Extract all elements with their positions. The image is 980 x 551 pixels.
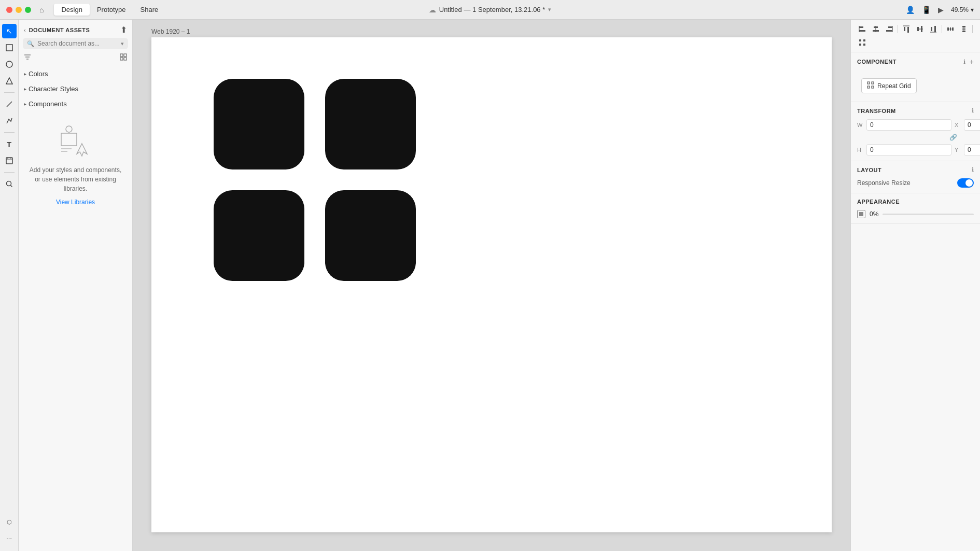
document-title-area: ☁ Untitled — 1 September, 13.21.06 * ▾ xyxy=(429,6,552,14)
svg-rect-52 xyxy=(867,82,870,84)
svg-rect-15 xyxy=(120,58,123,60)
component-info-icon[interactable]: ℹ xyxy=(963,59,965,65)
left-panel: ‹ DOCUMENT ASSETS ⬆ 🔍 ▾ ▸ Colors + ▸ Cha… xyxy=(19,20,133,551)
maximize-button[interactable] xyxy=(25,7,31,13)
ellipse-tool[interactable] xyxy=(2,57,17,72)
svg-point-1 xyxy=(6,61,12,67)
triangle-tool[interactable] xyxy=(2,74,17,88)
artboard[interactable] xyxy=(151,37,832,532)
panel-header: ‹ DOCUMENT ASSETS ⬆ xyxy=(19,20,132,38)
close-button[interactable] xyxy=(6,7,12,13)
line-tool[interactable] xyxy=(2,97,17,111)
components-section[interactable]: ▸ Components + xyxy=(19,96,132,111)
align-center-h-button[interactable] xyxy=(870,23,882,35)
tab-share[interactable]: Share xyxy=(133,4,166,16)
zoom-tool[interactable] xyxy=(2,177,17,191)
panel-back-icon[interactable]: ‹ xyxy=(24,27,26,33)
align-middle-button[interactable] xyxy=(914,23,926,35)
pen-tool[interactable] xyxy=(2,114,17,128)
search-input[interactable] xyxy=(37,40,118,47)
svg-line-3 xyxy=(7,102,12,107)
character-styles-section[interactable]: ▸ Character Styles + xyxy=(19,81,132,96)
layout-header: LAYOUT ℹ xyxy=(857,166,974,173)
play-icon[interactable]: ▶ xyxy=(938,6,944,14)
repeat-grid-button[interactable]: Repeat Grid xyxy=(861,78,917,93)
svg-rect-28 xyxy=(888,26,892,28)
svg-rect-4 xyxy=(6,158,12,164)
shape-bottom-right[interactable] xyxy=(325,190,416,281)
colors-label: Colors xyxy=(29,70,122,78)
svg-rect-48 xyxy=(859,39,861,41)
align-bottom-button[interactable] xyxy=(927,23,940,35)
component-add-icon[interactable]: + xyxy=(970,58,974,66)
zoom-control[interactable]: 49.5% ▾ xyxy=(951,6,974,13)
appearance-title: APPEARANCE xyxy=(857,199,974,205)
colors-section[interactable]: ▸ Colors + xyxy=(19,66,132,81)
y-label: Y xyxy=(955,147,962,153)
component-header: COMPONENT ℹ + xyxy=(857,58,974,66)
svg-point-18 xyxy=(66,126,72,132)
width-field: W xyxy=(857,119,951,131)
responsive-resize-toggle[interactable] xyxy=(957,178,974,188)
panel-filter-row xyxy=(19,53,132,66)
canvas-area[interactable]: Web 1920 – 1 xyxy=(133,20,850,551)
svg-rect-13 xyxy=(120,54,123,56)
svg-point-8 xyxy=(6,181,11,186)
distribute-v-button[interactable] xyxy=(958,23,970,35)
search-dropdown-icon[interactable]: ▾ xyxy=(121,40,124,47)
opacity-value: 0% xyxy=(870,210,878,218)
align-top-button[interactable] xyxy=(900,23,913,35)
left-toolbar: ↖ T ⬡ ⋯ xyxy=(0,20,19,551)
svg-marker-2 xyxy=(6,78,12,84)
shape-top-left[interactable] xyxy=(214,79,304,169)
svg-rect-53 xyxy=(872,82,874,84)
artboard-tool[interactable] xyxy=(2,153,17,168)
minimize-button[interactable] xyxy=(16,7,22,13)
distribute-h-button[interactable] xyxy=(944,23,957,35)
filter-icon[interactable] xyxy=(24,53,31,62)
shape-bottom-left[interactable] xyxy=(214,190,304,281)
user-icon[interactable]: 👤 xyxy=(906,6,915,14)
align-left-button[interactable] xyxy=(856,23,869,35)
transform-link-icon[interactable]: 🔗 xyxy=(949,134,957,141)
layout-info-icon[interactable]: ℹ xyxy=(972,166,974,173)
device-icon[interactable]: 📱 xyxy=(922,6,931,14)
width-label: W xyxy=(857,122,864,128)
shape-top-right[interactable] xyxy=(325,79,416,169)
grid-view-icon[interactable] xyxy=(120,53,127,62)
tidy-up-button[interactable] xyxy=(856,36,869,49)
home-icon[interactable]: ⌂ xyxy=(39,6,44,14)
svg-rect-38 xyxy=(934,26,936,32)
view-libraries-link[interactable]: View Libraries xyxy=(56,199,95,206)
toolbar-separator-1 xyxy=(4,92,15,93)
svg-rect-31 xyxy=(904,27,905,31)
tab-design[interactable]: Design xyxy=(54,4,89,16)
opacity-slider[interactable] xyxy=(883,214,974,215)
y-input[interactable] xyxy=(964,144,980,156)
x-field: X xyxy=(955,119,980,131)
height-input[interactable] xyxy=(866,144,951,156)
tab-prototype[interactable]: Prototype xyxy=(90,4,133,16)
select-tool[interactable]: ↖ xyxy=(2,24,17,38)
svg-rect-55 xyxy=(872,86,874,88)
title-dropdown-icon[interactable]: ▾ xyxy=(548,6,551,13)
more-icon[interactable]: ⋯ xyxy=(2,531,17,546)
width-input[interactable] xyxy=(866,119,951,131)
opacity-row: 0% xyxy=(857,210,974,218)
panel-upload-icon[interactable]: ⬆ xyxy=(120,25,127,35)
plugins-icon[interactable]: ⬡ xyxy=(2,515,17,529)
transform-info-icon[interactable]: ℹ xyxy=(972,107,974,114)
panel-search: 🔍 ▾ xyxy=(23,38,128,49)
height-field: H xyxy=(857,144,951,156)
x-input[interactable] xyxy=(964,119,980,131)
zoom-level: 49.5% xyxy=(951,6,969,13)
align-separator-2 xyxy=(942,25,942,33)
toolbar-bottom: ⬡ ⋯ xyxy=(2,515,17,551)
align-separator-1 xyxy=(898,25,898,33)
rectangle-tool[interactable] xyxy=(2,40,17,55)
repeat-grid-label: Repeat Grid xyxy=(877,82,911,90)
empty-state-icon xyxy=(55,124,96,160)
text-tool[interactable]: T xyxy=(2,137,17,151)
align-right-button[interactable] xyxy=(883,23,895,35)
svg-rect-37 xyxy=(931,27,932,31)
